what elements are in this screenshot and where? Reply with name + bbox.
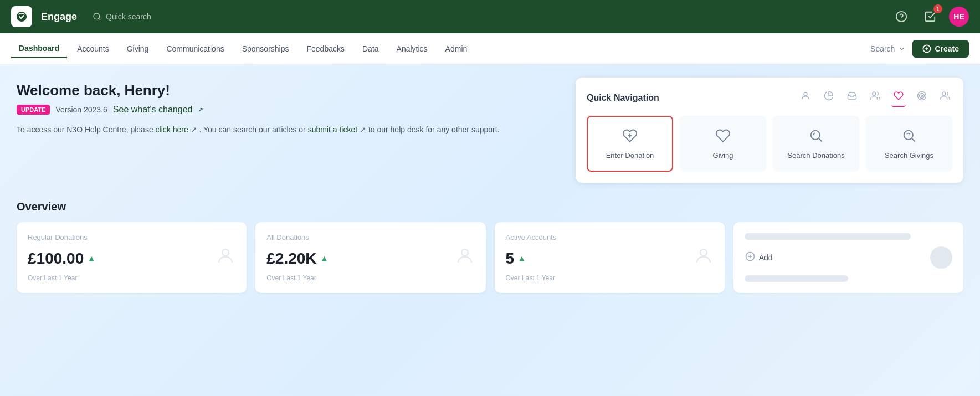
search-donations-label: Search Donations [787,151,844,160]
topbar-right: 1 HE [891,7,969,27]
quick-nav-category-icons [798,89,952,107]
active-accounts-label: Active Accounts [506,233,714,241]
search-givings-label: Search Givings [885,151,933,160]
secondary-nav: Dashboard Accounts Giving Communications… [0,33,980,64]
svg-point-11 [942,92,946,95]
qn-card-search-givings[interactable]: Search Givings [866,116,952,172]
active-accounts-value-row: 5 ▲ [506,246,714,271]
help-text-after: to our help desk for any other support. [368,125,500,134]
enter-donation-label: Enter Donation [606,151,654,160]
nav-item-dashboard[interactable]: Dashboard [11,39,67,58]
app-name: Engage [41,11,77,23]
nav-item-sponsorships[interactable]: Sponsorships [234,40,297,58]
add-avatar [930,246,952,269]
create-label: Create [935,44,959,53]
search-button[interactable]: Search [870,44,906,53]
help-button[interactable] [891,7,911,27]
main-content: Welcome back, Henry! UPDATE Version 2023… [0,64,980,396]
stat-card-all-donations: All Donations £2.20K ▲ Over Last 1 Year [255,222,485,293]
quick-search-label: Quick search [106,12,151,21]
nav-item-accounts[interactable]: Accounts [69,40,117,58]
stat-card-regular-donations: Regular Donations £100.00 ▲ Over Last 1 … [17,222,247,293]
active-accounts-person-icon [694,246,714,271]
active-accounts-value: 5 ▲ [506,250,526,268]
all-donations-sub: Over Last 1 Year [266,274,474,282]
heart-category-icon[interactable] [891,89,906,107]
svg-point-16 [222,249,229,256]
active-accounts-trend-icon: ▲ [517,254,526,264]
regular-donations-sub: Over Last 1 Year [28,274,235,282]
nav-item-analytics[interactable]: Analytics [389,40,435,58]
overview-cards: Regular Donations £100.00 ▲ Over Last 1 … [17,222,963,293]
qn-card-search-donations[interactable]: Search Donations [773,116,859,172]
app-logo[interactable] [11,6,32,27]
people-category-icon[interactable] [938,89,952,107]
external-link-icon2: ↗ [191,125,197,134]
see-changes-link[interactable]: See what's changed [113,105,193,115]
submit-ticket-link[interactable]: submit a ticket [308,125,357,134]
quick-navigation-panel: Quick Navigation [576,78,963,183]
user-avatar[interactable]: HE [949,7,969,27]
tasks-button[interactable]: 1 [920,7,940,27]
welcome-title: Welcome back, Henry! [17,82,562,99]
update-version: Version 2023.6 [55,105,107,114]
help-text-middle: . You can search our articles or [199,125,306,134]
all-donations-value-row: £2.20K ▲ [266,246,474,271]
nav-item-admin[interactable]: Admin [438,40,475,58]
all-donations-trend-icon: ▲ [320,254,329,264]
stat-card-active-accounts: Active Accounts 5 ▲ Over Last 1 Year [495,222,725,293]
search-givings-icon [901,128,917,147]
target-category-icon[interactable] [915,89,929,107]
update-row: UPDATE Version 2023.6 See what's changed… [17,105,562,115]
quick-search[interactable]: Quick search [93,12,151,21]
nav-item-giving[interactable]: Giving [119,40,157,58]
person-category-icon[interactable] [798,89,813,107]
quick-nav-grid: Enter Donation Giving [587,116,952,172]
qn-card-giving[interactable]: Giving [680,116,766,172]
quick-nav-header: Quick Navigation [587,89,952,107]
add-button[interactable]: Add [745,251,773,265]
regular-donations-trend-icon: ▲ [87,254,96,264]
svg-point-0 [94,13,100,19]
add-card-bar-1 [745,233,911,240]
search-label: Search [870,44,895,53]
external-link-icon: ↗ [198,106,203,114]
add-label: Add [759,253,773,262]
qn-card-enter-donation[interactable]: Enter Donation [587,116,673,172]
create-button[interactable]: Create [912,40,969,58]
regular-donations-value-row: £100.00 ▲ [28,246,235,271]
help-text: To access our N3O Help Centre, please cl… [17,124,562,136]
nav-item-feedbacks[interactable]: Feedbacks [299,40,352,58]
active-accounts-sub: Over Last 1 Year [506,274,714,282]
chart-category-icon[interactable] [822,89,836,107]
external-link-icon3: ↗ [360,125,366,134]
regular-donations-label: Regular Donations [28,233,235,241]
svg-point-15 [904,131,913,140]
help-text-before: To access our N3O Help Centre, please [17,125,153,134]
svg-point-6 [804,92,807,96]
enter-donation-icon [622,128,638,147]
stat-card-add: Add [733,222,963,293]
giving-icon [715,128,731,147]
tasks-badge: 1 [933,4,942,13]
inbox-category-icon[interactable] [845,89,859,107]
welcome-section: Welcome back, Henry! UPDATE Version 2023… [17,78,963,183]
quick-nav-title: Quick Navigation [587,93,659,103]
all-donations-value: £2.20K ▲ [266,250,329,268]
update-badge: UPDATE [17,105,50,115]
add-card-bar-2 [745,275,849,282]
giving-label: Giving [713,151,733,160]
svg-point-18 [700,249,707,256]
secnav-right: Search Create [870,40,969,58]
nav-item-communications[interactable]: Communications [158,40,232,58]
help-centre-link[interactable]: click here [156,125,188,134]
svg-point-9 [920,94,925,99]
svg-point-7 [873,92,876,95]
group-category-icon[interactable] [868,89,882,107]
all-donations-label: All Donations [266,233,474,241]
topbar: Engage Quick search 1 HE [0,0,980,33]
svg-point-10 [921,95,923,97]
nav-item-data[interactable]: Data [355,40,387,58]
regular-donations-value: £100.00 ▲ [28,250,96,268]
add-circle-icon [745,251,756,265]
